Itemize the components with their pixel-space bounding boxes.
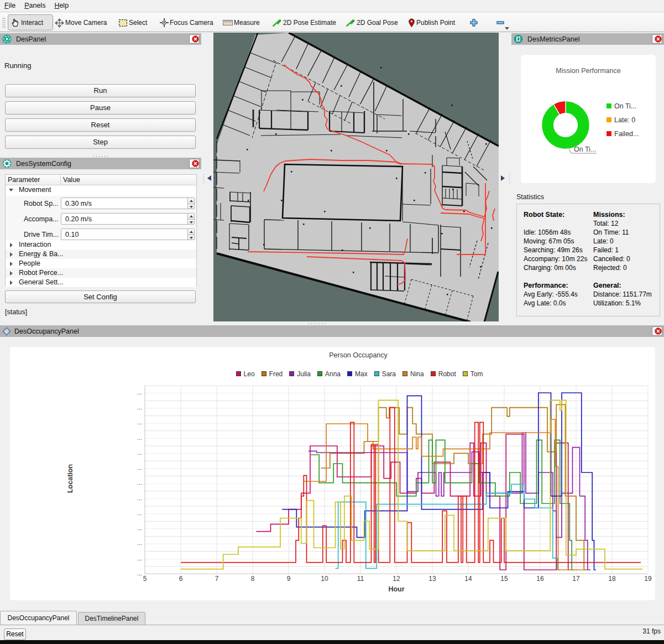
svg-text:19: 19: [644, 575, 652, 583]
svg-text:...: ...: [137, 434, 142, 441]
svg-text:18: 18: [608, 575, 616, 583]
svg-text:...: ...: [137, 555, 142, 562]
svg-text:...: ...: [137, 464, 142, 471]
svg-text:...: ...: [137, 389, 142, 396]
svg-text:6: 6: [179, 575, 183, 583]
svg-text:12: 12: [393, 575, 400, 583]
svg-text:Location: Location: [66, 464, 74, 493]
svg-text:...: ...: [137, 510, 142, 516]
svg-text:8: 8: [251, 575, 255, 583]
svg-text:...: ...: [137, 524, 142, 531]
svg-text:5: 5: [143, 575, 147, 583]
svg-text:10: 10: [321, 575, 328, 583]
svg-text:...: ...: [137, 419, 142, 425]
svg-text:Hour: Hour: [388, 585, 404, 593]
svg-text:...: ...: [137, 449, 142, 456]
svg-text:...: ...: [137, 479, 142, 486]
svg-text:7: 7: [215, 575, 219, 583]
svg-text:16: 16: [536, 575, 544, 583]
svg-text:15: 15: [500, 575, 508, 583]
svg-text:...: ...: [137, 539, 142, 546]
svg-text:11: 11: [357, 575, 364, 583]
svg-text:17: 17: [572, 575, 580, 583]
svg-text:...: ...: [137, 404, 142, 411]
svg-text:...: ...: [137, 495, 142, 501]
svg-text:14: 14: [464, 575, 472, 583]
svg-text:9: 9: [287, 575, 291, 583]
svg-text:13: 13: [428, 575, 436, 583]
svg-text:...: ...: [137, 570, 142, 577]
